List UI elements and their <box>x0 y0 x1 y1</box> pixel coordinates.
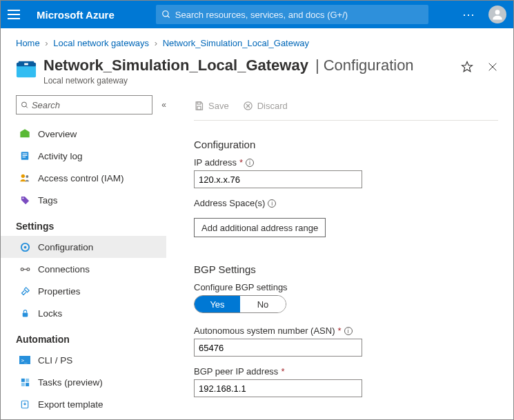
toggle-no[interactable]: No <box>240 296 286 312</box>
asn-input[interactable] <box>194 339 362 357</box>
sidebar-item-label: Overview <box>38 129 77 139</box>
page-header: Network_Simulation_Local_Gateway | Confi… <box>1 52 513 90</box>
global-search[interactable] <box>156 5 428 24</box>
properties-icon <box>19 285 31 297</box>
sidebar-item-label: Activity log <box>38 151 83 161</box>
svg-point-2 <box>495 10 500 14</box>
breadcrumb-level1[interactable]: Local network gateways <box>53 38 149 48</box>
bgp-toggle[interactable]: Yes No <box>194 295 286 313</box>
info-icon[interactable]: i <box>246 159 254 167</box>
sidebar-group-settings: Settings <box>16 221 166 232</box>
ip-address-input[interactable] <box>194 170 362 188</box>
collapse-icon[interactable]: « <box>161 100 166 110</box>
svg-marker-7 <box>462 62 473 72</box>
svg-line-11 <box>26 106 27 107</box>
page-subtitle: Configuration <box>324 57 414 74</box>
sidebar-item-label: CLI / PS <box>38 355 72 366</box>
section-heading-bgp: BGP Settings <box>194 263 498 275</box>
sidebar-group-automation: Automation <box>16 334 166 345</box>
menu-icon[interactable] <box>8 6 24 23</box>
cli-icon: >_ <box>19 354 31 366</box>
sidebar-item-label: Properties <box>38 286 81 297</box>
tags-icon <box>19 194 31 206</box>
sidebar-item-tags[interactable]: Tags <box>16 189 166 211</box>
add-address-range-button[interactable]: Add additional address range <box>194 218 326 237</box>
sidebar-item-access-control[interactable]: Access control (IAM) <box>16 167 166 189</box>
svg-rect-25 <box>22 312 28 317</box>
breadcrumb-home[interactable]: Home <box>16 38 40 48</box>
label-configure-bgp: Configure BGP settings <box>194 282 498 292</box>
sidebar-item-cli[interactable]: >_ CLI / PS <box>16 349 166 371</box>
sidebar: « Overview Activity log Access control (… <box>1 90 166 416</box>
sidebar-search[interactable] <box>16 95 152 114</box>
sidebar-search-input[interactable] <box>32 100 148 110</box>
topbar: Microsoft Azure ⋯ <box>1 1 513 28</box>
resource-icon <box>16 59 37 79</box>
export-icon <box>19 398 31 410</box>
sidebar-item-label: Export template <box>38 399 103 410</box>
info-icon[interactable]: i <box>268 199 276 208</box>
svg-rect-15 <box>23 155 28 156</box>
svg-rect-31 <box>26 383 29 386</box>
svg-rect-14 <box>23 154 28 154</box>
discard-button[interactable]: Discard <box>243 101 288 111</box>
svg-rect-29 <box>26 378 29 381</box>
svg-point-17 <box>21 174 25 178</box>
svg-point-0 <box>163 11 168 17</box>
discard-icon <box>243 101 253 111</box>
svg-rect-28 <box>21 378 24 381</box>
info-icon[interactable]: i <box>344 327 353 335</box>
label-ip-address: IP address*i <box>194 157 498 168</box>
chevron-right-icon: › <box>45 38 48 48</box>
sidebar-item-label: Tags <box>38 195 58 206</box>
sidebar-item-tasks[interactable]: Tasks (preview) <box>16 371 166 393</box>
label-address-spaces: Address Space(s)i <box>194 198 498 208</box>
chevron-right-icon: › <box>155 38 157 48</box>
sidebar-item-label: Connections <box>38 264 90 274</box>
sidebar-item-properties[interactable]: Properties <box>16 280 166 302</box>
toggle-yes[interactable]: Yes <box>195 296 240 312</box>
avatar[interactable] <box>488 6 506 23</box>
access-control-icon <box>19 172 31 184</box>
gear-icon <box>19 241 31 253</box>
sidebar-item-overview[interactable]: Overview <box>16 123 166 145</box>
brand: Microsoft Azure <box>37 9 115 21</box>
more-icon[interactable]: ⋯ <box>462 7 476 22</box>
sidebar-item-connections[interactable]: Connections <box>16 258 166 280</box>
activity-log-icon <box>19 150 31 162</box>
lock-icon <box>19 307 31 319</box>
sidebar-item-label: Locks <box>38 308 62 319</box>
breadcrumb-level2[interactable]: Network_Simulation_Local_Gateway <box>163 38 309 48</box>
sidebar-item-locks[interactable]: Locks <box>16 302 166 324</box>
search-icon <box>21 101 29 110</box>
sidebar-item-configuration[interactable]: Configuration <box>1 236 166 258</box>
svg-point-23 <box>27 268 30 270</box>
sidebar-item-label: Access control (IAM) <box>38 173 124 183</box>
bgp-peer-ip-input[interactable] <box>194 379 362 397</box>
svg-point-22 <box>21 268 23 270</box>
svg-rect-3 <box>17 65 36 77</box>
connections-icon <box>19 263 31 275</box>
tasks-icon <box>19 376 31 388</box>
search-icon <box>161 10 171 19</box>
global-search-input[interactable] <box>175 10 423 20</box>
svg-line-1 <box>168 16 170 18</box>
sidebar-item-export-template[interactable]: Export template <box>16 393 166 415</box>
sidebar-item-label: Configuration <box>38 242 93 252</box>
toolbar: Save Discard <box>194 95 498 116</box>
save-icon <box>194 101 204 111</box>
save-button[interactable]: Save <box>194 101 229 111</box>
breadcrumb: Home › Local network gateways › Network_… <box>1 28 513 52</box>
svg-rect-30 <box>21 383 24 386</box>
sidebar-item-activity-log[interactable]: Activity log <box>16 145 166 167</box>
svg-rect-16 <box>23 157 26 157</box>
label-bgp-peer: BGP peer IP address* <box>194 366 498 377</box>
svg-rect-6 <box>24 63 28 66</box>
pin-star-icon[interactable] <box>461 61 473 73</box>
svg-rect-33 <box>197 101 201 103</box>
close-icon[interactable] <box>487 61 498 72</box>
svg-marker-12 <box>20 129 29 137</box>
svg-point-10 <box>21 102 26 107</box>
sidebar-item-label: Tasks (preview) <box>38 377 103 388</box>
svg-text:>_: >_ <box>21 357 28 363</box>
